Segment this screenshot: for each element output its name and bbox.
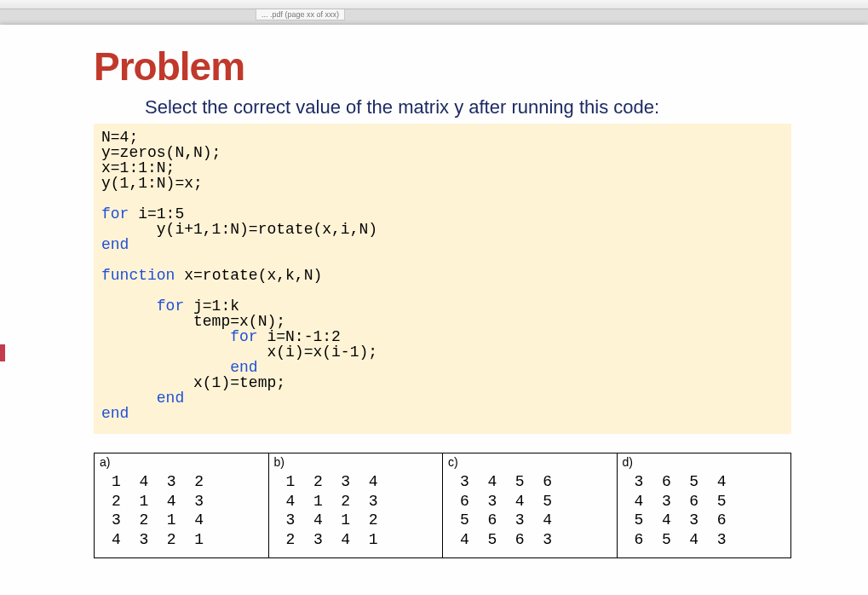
viewer-toolbar [0,0,868,9]
code-block: N=4;y=zeros(N,N);x=1:1:N;y(1,1:N)=x; for… [94,124,791,434]
option-matrix: 3 4 5 6 6 3 4 5 5 6 3 4 4 5 6 3 [448,471,612,549]
answer-options-table: a)1 4 3 2 2 1 4 3 3 2 1 4 4 3 2 1b)1 2 3… [94,453,791,558]
document-tab-caption: ... .pdf (page xx of xxx) [256,9,345,20]
answer-option-b[interactable]: b)1 2 3 4 4 1 2 3 3 4 1 2 2 3 4 1 [268,453,443,558]
option-label: a) [100,455,263,471]
question-prompt: Select the correct value of the matrix y… [145,96,791,118]
slide-marker [0,344,5,361]
answer-option-d[interactable]: d)3 6 5 4 4 3 6 5 5 4 3 6 6 5 4 3 [617,453,791,558]
option-label: c) [448,455,612,471]
document-page: Problem Select the correct value of the … [0,25,868,595]
option-label: d) [623,455,786,471]
option-matrix: 1 2 3 4 4 1 2 3 3 4 1 2 2 3 4 1 [274,471,438,549]
option-matrix: 3 6 5 4 4 3 6 5 5 4 3 6 6 5 4 3 [623,471,786,549]
option-matrix: 1 4 3 2 2 1 4 3 3 2 1 4 4 3 2 1 [100,471,263,549]
option-label: b) [274,455,438,471]
page-title: Problem [94,43,791,90]
answer-option-a[interactable]: a)1 4 3 2 2 1 4 3 3 2 1 4 4 3 2 1 [95,453,269,558]
answer-option-c[interactable]: c)3 4 5 6 6 3 4 5 5 6 3 4 4 5 6 3 [443,453,618,558]
